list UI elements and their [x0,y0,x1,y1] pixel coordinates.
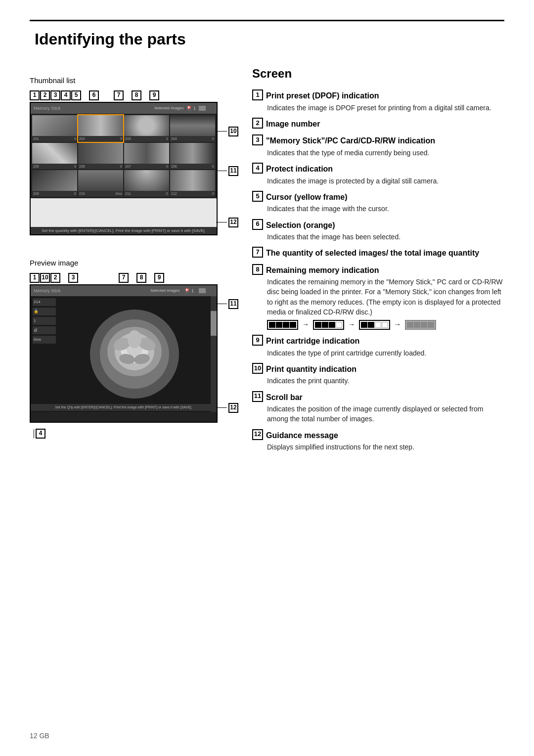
item-header-8: 8 Remaining memory indication [252,264,504,276]
marker-11-line [216,171,227,171]
thumb-grid-container: 201 0 202 0 [31,114,217,198]
thumb-qty-11: 0 [166,191,168,196]
prev-badge-8: 8 [136,273,146,283]
thumb-qty-5: 0 [74,164,76,169]
prev-badge-1: 1 [30,273,40,283]
preview-extra: 0ms [33,336,56,344]
prev-marker-4-wrapper: 4 [34,429,45,439]
item-num-4: 4 [252,163,263,174]
thumb-num-label-3: 203 [125,136,131,141]
thumb-num-label-10: 210 [79,191,85,196]
thumb-qty-4: 0 [212,136,214,141]
thumb-img-11 [124,170,169,191]
thumb-img-2 [78,115,123,136]
item-num-12: 12 [252,429,263,440]
item-desc-8: Indicates the remaining memory in the "M… [267,277,504,317]
thumbnail-guidance-bar: Set the quantity with [ENTER]/[CANCEL]. … [31,227,217,234]
preview-qty-display: 1 [33,317,56,325]
item-num-1: 1 [252,89,263,100]
icon-box-2 [207,106,214,111]
item-row-4: 4 Protect indication Indicates the image… [252,163,504,186]
prev-badge-12b: 12 [228,403,238,413]
item-row-10: 10 Print quantity indication Indicates t… [252,363,504,386]
thumb-cell-2: 202 0 [78,115,123,142]
badge-10: 10 [228,127,238,136]
thumb-img-5 [32,143,77,164]
topbar-count: 🎴 1 [186,105,196,112]
item-num-8: 8 [252,264,263,275]
item-header-6: 6 Selection (orange) [252,219,504,231]
thumb-img-3 [124,115,169,136]
thumb-info-6: 206 0 [78,164,123,170]
seg-3q2 [322,322,328,328]
seg-3q3 [329,322,335,328]
item-label-7: The quantity of selected images/ the tot… [266,247,479,259]
item-label-10: Print quantity indication [266,363,356,375]
thumb-info-1: 201 0 [32,136,77,142]
thumb-num-label-4: 204 [171,136,177,141]
thumb-img-12 [170,170,215,191]
item-num-11: 11 [252,391,263,402]
item-label-9: Print cartridge indication [266,335,359,347]
prev-badge-3: 3 [68,273,78,283]
preview-main-area: 214 🔒 1 🖨 0ms [31,296,217,412]
item-header-3: 3 "Memory Stick"/PC Card/CD-R/RW indicat… [252,134,504,146]
thumb-qty-2: 0 [120,136,122,141]
item-desc-6: Indicates that the image has been select… [267,232,504,242]
preview-topbar: Memory Stick Selected Images 🎴 1 [31,285,217,296]
prev-marker-11-line [216,304,227,304]
thumb-qty-1: 0 [74,136,76,141]
item-desc-3: Indicates that the type of media current… [267,148,504,158]
seg-e3 [421,322,427,328]
item-header-2: 2 Image number [252,118,504,130]
screen-section-title: Screen [252,65,504,82]
preview-topbar-label: Memory Stick [34,288,61,294]
preview-print-text: 🖨 [34,327,38,333]
svg-point-8 [128,330,141,348]
mem-bar-empty [405,320,436,330]
item-header-9: 9 Print cartridge indication [252,335,504,347]
item-desc-12: Displays simplified instructions for the… [267,442,504,452]
preview-screen: Memory Stick Selected Images 🎴 1 [30,284,218,423]
thumb-cell-10: 210 0ms [78,170,123,197]
thumb-cell-7: 207 0 [124,143,169,170]
thumb-num-label-5: 205 [33,164,39,169]
topbar-selected: Selected Images [154,105,184,111]
preview-protect-text: 🔒 [34,309,39,314]
thumbnail-badges-row: 1 2 3 4 5 6 7 8 9 [30,90,237,100]
item-header-11: 11 Scroll bar [252,391,504,403]
badge-8: 8 [132,90,141,100]
thumb-info-4: 204 0 [170,136,215,142]
mem-bar-3q [313,320,344,330]
thumb-num-label-11: 211 [125,191,131,196]
thumb-info-10: 210 0ms [78,191,123,197]
thumb-img-10 [78,170,123,191]
item-label-5: Cursor (yellow frame) [266,191,347,203]
preview-image-area [58,296,211,412]
item-header-1: 1 Print preset (DPOF) indication [252,89,504,101]
thumb-img-7 [124,143,169,164]
item-desc-10: Indicates the print quantity. [267,376,504,386]
badge-12: 12 [228,218,238,227]
item-desc-5: Indicates that the image with the cursor… [267,204,504,214]
thumb-qty-7: 0 [166,164,168,169]
item-num-7: 7 [252,247,263,258]
item-header-10: 10 Print quantity indication [252,363,504,375]
item-label-1: Print preset (DPOF) indication [266,89,379,101]
preview-scrollbar [211,296,217,412]
seg-h3 [375,322,381,328]
scrollbar-thumb [211,311,217,336]
preview-right-markers: 11 [216,299,238,309]
badge-11: 11 [228,166,238,176]
preview-print-icon: 🖨 [33,326,56,334]
seg-h2 [368,322,374,328]
item-row-2: 2 Image number [252,118,504,130]
page-footer: 12 GB [30,731,49,741]
marker-12-line [216,222,227,222]
arrow-2: → [348,320,355,330]
seg-3q4 [336,322,342,328]
preview-qty-text: 1 [34,318,36,323]
item-label-2: Image number [266,118,320,130]
topbar-icons [199,106,214,111]
item-label-6: Selection (orange) [266,219,335,231]
